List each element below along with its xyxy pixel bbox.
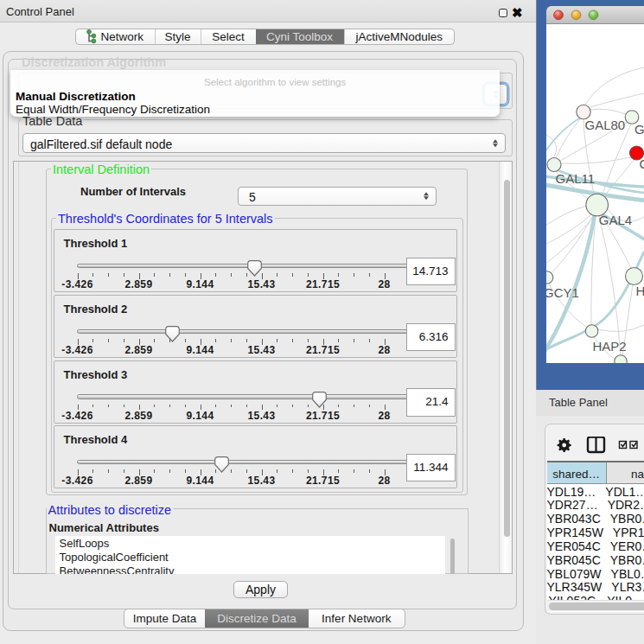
svg-text:GAL4: GAL4 — [599, 213, 632, 227]
svg-text:GCY1: GCY1 — [546, 285, 579, 300]
svg-text:HAP2: HAP2 — [593, 339, 627, 354]
svg-text:GAL: GAL — [634, 122, 644, 137]
svg-text:CYC: CYC — [640, 156, 644, 171]
svg-text:GAL11: GAL11 — [556, 171, 596, 186]
svg-text:GAL80: GAL80 — [585, 118, 626, 132]
svg-text:HIS: HIS — [636, 284, 644, 298]
